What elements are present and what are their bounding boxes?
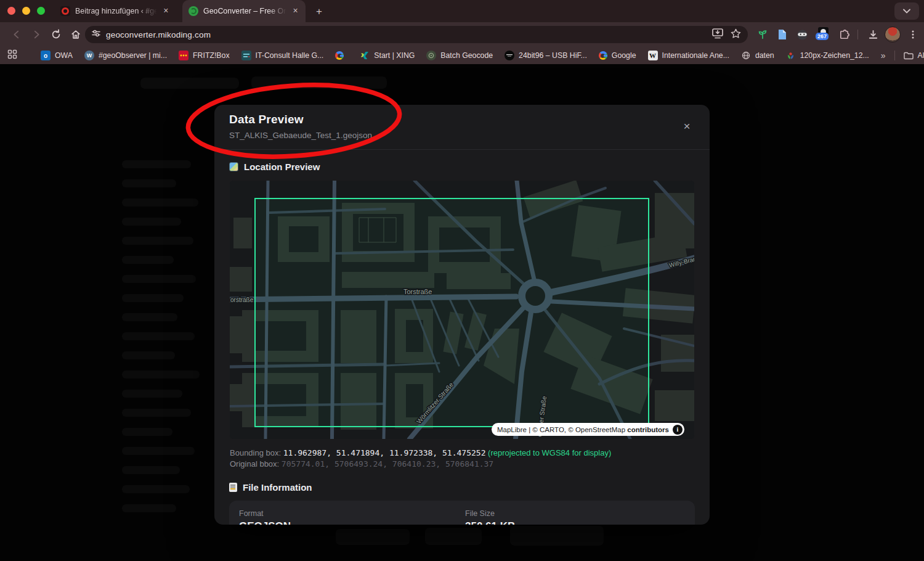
bookmarks-bar: o OWA W #geoObserver | mi... FRITZ!Box I…	[0, 47, 924, 64]
wikimedia-icon	[786, 51, 796, 60]
tab-geoobserver[interactable]: Beitrag hinzufügen ‹ #geoOb ×	[54, 0, 176, 22]
chevron-down-icon	[903, 9, 910, 14]
site-info-icon[interactable]	[91, 28, 101, 41]
extension-green-plant[interactable]	[755, 27, 770, 42]
street-label-orstrasse: orstraße	[230, 297, 254, 303]
tab-close-icon[interactable]: ×	[291, 6, 299, 16]
bookmark-google[interactable]: Google	[599, 51, 636, 60]
bookmark-wikipedia[interactable]: W Internationale Ane...	[648, 51, 729, 60]
extension-gauge-267[interactable]: 267	[816, 27, 831, 42]
reload-button[interactable]	[49, 27, 63, 42]
ghost-shape	[336, 529, 410, 545]
bookmarks-separator	[894, 51, 895, 60]
bookmark-google-g[interactable]	[335, 51, 348, 60]
bookmark-batch-geocode[interactable]: Batch Geocode	[426, 51, 493, 60]
apps-grid-icon	[7, 49, 17, 59]
ghost-shape	[140, 78, 239, 89]
bounding-box-line: Bounding box: 11.962987, 51.471894, 11.9…	[230, 448, 611, 457]
google-g-icon	[335, 51, 344, 60]
all-bookmarks-button[interactable]: Alle Lesezeichen	[904, 51, 924, 60]
home-icon	[70, 29, 81, 40]
download-icon	[867, 29, 879, 41]
tab-geoconverter[interactable]: GeoConverter – Free Online G ×	[182, 0, 306, 22]
traffic-light-close[interactable]	[7, 7, 15, 15]
toolbar-separator	[857, 30, 858, 39]
back-icon	[11, 29, 22, 40]
modal-filename: ST_ALKIS_Gebaeude_Test_1.geojson	[229, 131, 372, 140]
kebab-menu-icon	[908, 30, 918, 39]
globe-icon	[741, 51, 751, 60]
forward-icon	[31, 29, 42, 40]
google-g-icon	[599, 51, 607, 60]
extension-blue-document[interactable]	[775, 27, 790, 42]
address-bar[interactable]: geoconverter.mikoding.com	[85, 26, 748, 43]
tab-search-button[interactable]	[894, 2, 919, 20]
new-tab-button[interactable]: +	[312, 4, 326, 19]
map-canvas[interactable]: Torstraße orstraße Wörmlitzer Straße ese…	[230, 181, 694, 439]
chrome-menu-button[interactable]	[906, 27, 920, 42]
owa-icon: o	[41, 51, 51, 60]
apps-grid-button[interactable]	[7, 49, 17, 62]
extensions-puzzle-button[interactable]	[837, 27, 851, 42]
wikipedia-icon: W	[648, 51, 658, 60]
ghost-shape	[251, 76, 387, 89]
ghost-shape	[425, 528, 482, 545]
folder-icon	[904, 52, 914, 60]
map-attribution: MapLibre | © CARTO, © OpenStreetMap cont…	[492, 423, 684, 436]
batch-geocode-icon	[426, 51, 436, 60]
tab-close-icon[interactable]: ×	[162, 6, 170, 16]
url-text: geoconverter.mikoding.com	[106, 30, 211, 39]
browser-chrome: Beitrag hinzufügen ‹ #geoOb × GeoConvert…	[0, 0, 924, 64]
browser-toolbar: geoconverter.mikoding.com 267	[0, 22, 924, 47]
bookmark-owa[interactable]: o OWA	[41, 51, 73, 60]
extension-ninja[interactable]	[795, 27, 809, 42]
home-button[interactable]	[68, 27, 83, 42]
bookmark-fritzbox[interactable]: FRITZ!Box	[179, 51, 229, 60]
bbox-value: 11.962987, 51.471894, 11.972338, 51.4752…	[283, 448, 486, 457]
close-button[interactable]: ×	[680, 120, 694, 133]
bookmark-120px-zeichen[interactable]: 120px-Zeichen_12...	[786, 51, 869, 60]
original-bbox-line: Original bbox: 705774.01, 5706493.24, 70…	[230, 459, 493, 469]
bookmark-star-icon[interactable]	[730, 28, 742, 42]
geoobserver-favicon	[60, 6, 70, 16]
geoconverter-favicon	[188, 6, 198, 16]
tab-strip: Beitrag hinzufügen ‹ #geoOb × GeoConvert…	[0, 0, 924, 22]
file-size-value: 350.61 KB	[465, 520, 515, 525]
fritzbox-icon	[179, 51, 188, 60]
modal-title: Data Preview	[229, 113, 304, 126]
downloads-button[interactable]	[865, 27, 880, 42]
ghost-sidebar-list	[117, 157, 203, 527]
bookmark-xing[interactable]: Start | XING	[360, 51, 415, 60]
back-button[interactable]	[9, 27, 24, 42]
bookmark-itconsult[interactable]: IT-Consult Halle G...	[241, 51, 324, 60]
reload-icon	[51, 29, 62, 40]
map-emoji-icon	[229, 162, 238, 171]
bbox-note: (reprojected to WGS84 for display)	[485, 448, 611, 457]
street-label-torstrasse: Torstraße	[403, 288, 432, 295]
tab-title: GeoConverter – Free Online G	[203, 7, 286, 15]
file-information-heading: File Information	[229, 482, 312, 493]
wordpress-icon: W	[84, 51, 94, 60]
install-app-icon[interactable]	[711, 28, 724, 41]
extension-badge: 267	[816, 33, 829, 40]
bookmark-24bit96[interactable]: 24bit96 – USB HiF...	[505, 51, 587, 60]
data-preview-modal: Data Preview ST_ALKIS_Gebaeude_Test_1.ge…	[214, 105, 710, 525]
bookmark-geoobserver[interactable]: W #geoObserver | mi...	[84, 51, 167, 60]
forward-button[interactable]	[29, 27, 44, 42]
traffic-light-minimize[interactable]	[22, 7, 30, 15]
24bit96-icon	[505, 51, 514, 60]
format-value: GEOJSON	[239, 520, 291, 525]
memo-emoji-icon	[229, 483, 237, 492]
header-divider	[214, 149, 710, 150]
original-bbox-value: 705774.01, 5706493.24, 706410.23, 570684…	[282, 459, 493, 469]
bbox-rectangle	[255, 199, 649, 427]
itconsult-icon	[241, 51, 251, 60]
puzzle-icon	[838, 29, 850, 41]
bookmark-daten[interactable]: daten	[741, 51, 774, 60]
attribution-info-button[interactable]: i	[673, 425, 683, 435]
bookmarks-overflow-button[interactable]: »	[881, 51, 886, 60]
map-svg: Torstraße orstraße Wörmlitzer Straße ese…	[230, 181, 694, 439]
location-preview-heading: Location Preview	[229, 162, 320, 172]
traffic-light-zoom[interactable]	[37, 7, 45, 15]
profile-avatar[interactable]	[885, 27, 901, 43]
